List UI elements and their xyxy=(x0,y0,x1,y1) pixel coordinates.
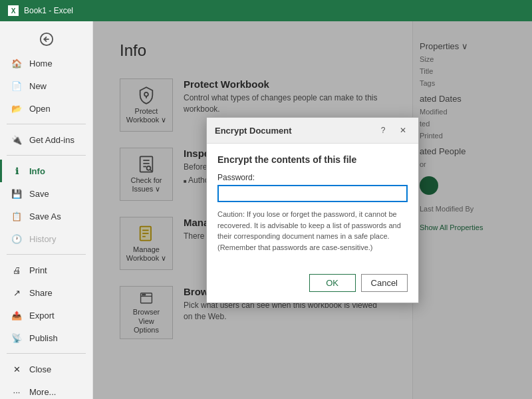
sidebar-item-home[interactable]: 🏠 Home xyxy=(0,52,92,74)
title-bar: X Book1 - Excel xyxy=(0,0,532,21)
modal-subtitle: Encrypt the contents of this file xyxy=(217,154,408,165)
password-input[interactable] xyxy=(217,185,408,202)
print-icon: 🖨 xyxy=(11,264,23,276)
home-icon: 🏠 xyxy=(11,57,23,69)
close-menu-icon: ✕ xyxy=(11,363,23,375)
sidebar-item-save-as[interactable]: 📋 Save As xyxy=(0,205,92,227)
more-icon: ··· xyxy=(11,386,23,398)
back-button[interactable] xyxy=(0,27,92,52)
encrypt-document-modal: Encrypt Document ? ✕ Encrypt the content… xyxy=(206,117,419,303)
sidebar-item-save[interactable]: 💾 Save xyxy=(0,182,92,205)
sidebar-item-export[interactable]: 📤 Export xyxy=(0,304,92,327)
sidebar: 🏠 Home 📄 New 📂 Open 🔌 Get Add-ins ℹ Info… xyxy=(0,21,93,399)
modal-help-button[interactable]: ? xyxy=(376,123,390,138)
save-icon: 💾 xyxy=(11,188,23,200)
modal-footer: OK Cancel xyxy=(207,274,418,303)
info-icon: ℹ xyxy=(11,165,23,177)
new-icon: 📄 xyxy=(11,80,23,92)
app-title: Book1 - Excel xyxy=(24,6,73,15)
modal-overlay: Encrypt Document ? ✕ Encrypt the content… xyxy=(93,21,532,399)
modal-body: Encrypt the contents of this file Passwo… xyxy=(207,144,418,274)
open-icon: 📂 xyxy=(11,102,23,114)
ok-button[interactable]: OK xyxy=(309,274,356,292)
sidebar-item-new[interactable]: 📄 New xyxy=(0,74,92,97)
sidebar-item-print[interactable]: 🖨 Print xyxy=(0,259,92,281)
sidebar-item-publish[interactable]: 📡 Publish xyxy=(0,327,92,349)
sidebar-divider-3 xyxy=(7,254,86,255)
sidebar-divider-4 xyxy=(7,353,86,354)
sidebar-item-share[interactable]: ↗ Share xyxy=(0,281,92,304)
password-label: Password: xyxy=(217,173,408,182)
publish-icon: 📡 xyxy=(11,332,23,344)
excel-icon: X xyxy=(8,5,19,16)
sidebar-item-more[interactable]: ··· More... xyxy=(0,380,92,399)
sidebar-item-close[interactable]: ✕ Close xyxy=(0,358,92,380)
sidebar-divider-1 xyxy=(7,124,86,124)
sidebar-divider-2 xyxy=(7,155,86,156)
cancel-button[interactable]: Cancel xyxy=(361,274,408,292)
addins-icon: 🔌 xyxy=(11,134,23,146)
sidebar-item-open[interactable]: 📂 Open xyxy=(0,97,92,120)
modal-title: Encrypt Document xyxy=(215,126,292,136)
modal-warning: Caution: If you lose or forget the passw… xyxy=(217,209,408,253)
sidebar-item-info[interactable]: ℹ Info xyxy=(0,160,92,182)
save-as-icon: 📋 xyxy=(11,210,23,222)
sidebar-item-history: 🕐 History xyxy=(0,227,92,250)
modal-close-button[interactable]: ✕ xyxy=(396,123,410,138)
share-icon: ↗ xyxy=(11,287,23,299)
history-icon: 🕐 xyxy=(11,233,23,245)
modal-controls: ? ✕ xyxy=(376,123,410,138)
export-icon: 📤 xyxy=(11,309,23,321)
app-body: 🏠 Home 📄 New 📂 Open 🔌 Get Add-ins ℹ Info… xyxy=(0,21,532,399)
modal-titlebar: Encrypt Document ? ✕ xyxy=(207,118,418,144)
sidebar-item-addins[interactable]: 🔌 Get Add-ins xyxy=(0,128,92,151)
